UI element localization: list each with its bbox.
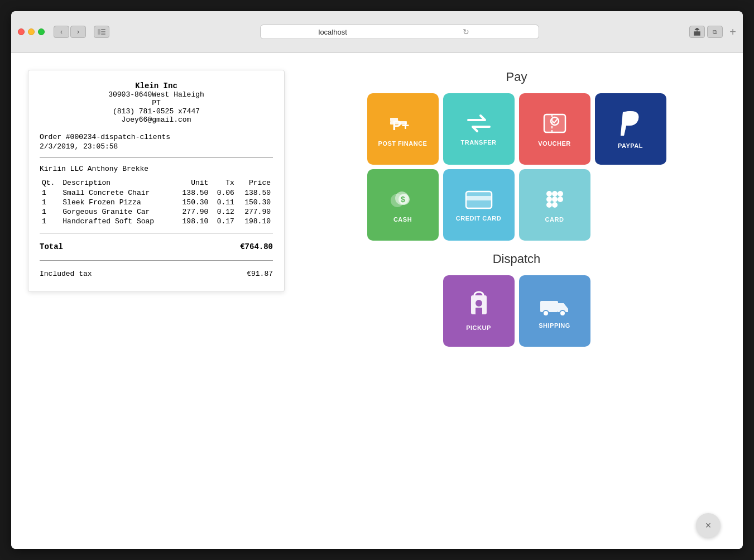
shipping-button[interactable]: SHIPPING <box>519 275 590 347</box>
svg-text:$: $ <box>401 195 405 204</box>
close-window-button[interactable] <box>18 28 25 35</box>
sidebar-button[interactable] <box>94 26 109 38</box>
cash-icon: $ <box>387 187 419 212</box>
browser-toolbar: ‹ › localhost ↻ <box>11 11 743 53</box>
item-description: Small Concrete Chair <box>60 188 174 198</box>
svg-rect-2 <box>101 31 105 32</box>
company-address: 30903-8640West Haleigh <box>40 90 273 99</box>
item-unit: 150.30 <box>174 198 210 207</box>
close-button[interactable]: × <box>696 513 721 538</box>
svg-point-18 <box>546 191 552 197</box>
right-panel: Pay P+ POST FINANCE <box>307 70 726 532</box>
transfer-label: TRANSFER <box>461 139 497 146</box>
cash-label: CASH <box>393 216 412 223</box>
item-qt: 1 <box>40 207 60 217</box>
credit-card-label: CREDIT CARD <box>456 215 501 222</box>
svg-point-23 <box>558 197 563 202</box>
paypal-button[interactable]: PAYPAL <box>595 93 666 165</box>
receipt-divider-2 <box>40 233 273 233</box>
voucher-icon <box>540 111 570 136</box>
col-description: Description <box>60 178 174 188</box>
svg-point-22 <box>552 197 558 202</box>
paypal-label: PAYPAL <box>618 142 643 149</box>
svg-rect-3 <box>101 33 105 35</box>
item-description: Handcrafted Soft Soap <box>60 217 174 226</box>
svg-point-20 <box>558 191 563 197</box>
company-name: Klein Inc <box>40 82 273 90</box>
item-price: 198.10 <box>237 217 273 226</box>
transfer-button[interactable]: TRANSFER <box>443 93 515 165</box>
credit-card-button[interactable]: CREDIT CARD <box>443 169 515 241</box>
dispatch-grid: PICKUP SHIPPING <box>443 275 590 347</box>
item-tx: 0.17 <box>210 217 237 226</box>
new-tab-button[interactable]: ⧉ <box>707 26 723 38</box>
receipt-panel: Klein Inc 30903-8640West Haleigh PT (813… <box>28 70 285 292</box>
fullscreen-window-button[interactable] <box>38 28 45 35</box>
item-price: 150.30 <box>237 198 273 207</box>
svg-rect-1 <box>101 29 105 30</box>
item-qt: 1 <box>40 217 60 226</box>
traffic-lights <box>18 28 45 35</box>
svg-text:P+: P+ <box>392 118 410 133</box>
url-display: localhost <box>266 28 400 36</box>
pickup-label: PICKUP <box>466 324 491 331</box>
company-phone: (813) 781-0525 x7447 <box>40 107 273 116</box>
item-tx: 0.12 <box>210 207 237 217</box>
item-description: Gorgeous Granite Car <box>60 207 174 217</box>
svg-point-30 <box>543 310 549 316</box>
post-finance-label: POST FINANCE <box>378 140 428 147</box>
svg-point-24 <box>546 202 552 208</box>
tax-label: Included tax <box>40 270 92 278</box>
item-price: 277.90 <box>237 207 273 217</box>
post-finance-button[interactable]: P+ POST FINANCE <box>367 93 439 165</box>
item-description: Sleek Frozen Pizza <box>60 198 174 207</box>
receipt-header: Klein Inc 30903-8640West Haleigh PT (813… <box>40 82 273 124</box>
reload-button[interactable]: ↻ <box>400 27 533 36</box>
shipping-icon <box>539 293 570 318</box>
minimize-window-button[interactable] <box>28 28 35 35</box>
close-icon: × <box>705 520 712 532</box>
address-bar[interactable]: localhost ↻ <box>260 25 539 39</box>
paypal-icon <box>618 109 643 138</box>
table-row: 1 Small Concrete Chair 138.50 0.06 138.5… <box>40 188 273 198</box>
table-row: 1 Gorgeous Granite Car 277.90 0.12 277.9… <box>40 207 273 217</box>
card-label: CARD <box>545 216 564 223</box>
forward-button[interactable]: › <box>70 26 86 38</box>
item-tx: 0.11 <box>210 198 237 207</box>
item-qt: 1 <box>40 198 60 207</box>
post-finance-icon: P+ <box>388 111 418 136</box>
pickup-icon <box>464 291 493 320</box>
cash-button[interactable]: $ CASH <box>367 169 439 241</box>
pickup-button[interactable]: PICKUP <box>443 275 515 347</box>
voucher-label: VOUCHER <box>538 140 571 147</box>
receipt-tax: Included tax €91.87 <box>40 267 273 280</box>
nav-buttons: ‹ › <box>54 26 86 38</box>
company-region: PT <box>40 99 273 107</box>
svg-point-25 <box>552 202 558 208</box>
card-icon <box>542 187 567 212</box>
receipt-table: Qt. Description Unit Tx Price 1 Small Co… <box>40 178 273 226</box>
svg-point-27 <box>476 300 482 307</box>
back-button[interactable]: ‹ <box>54 26 69 38</box>
receipt-total: Total €764.80 <box>40 240 273 253</box>
svg-rect-28 <box>476 308 482 314</box>
col-price: Price <box>237 178 273 188</box>
col-tx: Tx <box>210 178 237 188</box>
order-number: Order #000234-dispatch-clients <box>40 133 273 141</box>
col-unit: Unit <box>174 178 210 188</box>
total-label: Total <box>40 242 63 251</box>
pay-section-title: Pay <box>506 70 527 84</box>
item-unit: 198.10 <box>174 217 210 226</box>
item-tx: 0.06 <box>210 188 237 198</box>
share-button[interactable] <box>689 26 705 38</box>
item-price: 138.50 <box>237 188 273 198</box>
receipt-divider-3 <box>40 260 273 261</box>
voucher-button[interactable]: VOUCHER <box>519 93 590 165</box>
dispatch-section-title: Dispatch <box>493 252 541 266</box>
add-tab-button[interactable]: + <box>729 26 736 39</box>
card-button[interactable]: CARD <box>519 169 590 241</box>
payment-grid: P+ POST FINANCE TRANSFER <box>367 93 666 241</box>
transfer-icon <box>464 112 494 135</box>
credit-card-icon <box>464 188 494 210</box>
tax-value: €91.87 <box>247 270 273 278</box>
